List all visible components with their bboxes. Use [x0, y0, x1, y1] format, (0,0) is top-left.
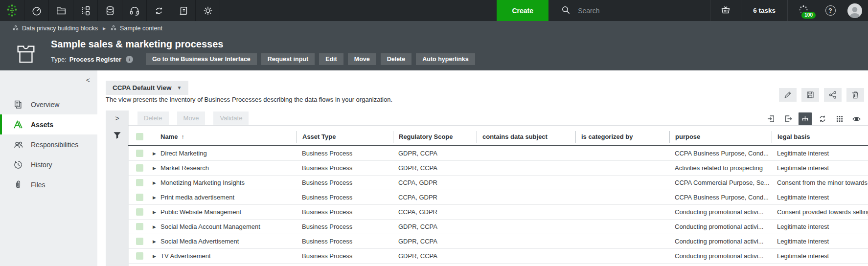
table-row[interactable]: ▶ Market Research Business Process GDPR,…: [128, 161, 868, 176]
row-checkbox[interactable]: [136, 150, 143, 157]
swap-arrows-icon[interactable]: [147, 0, 171, 21]
cell-name: ▶ Direct Marketing: [128, 150, 297, 157]
table-row[interactable]: ▶ Social Media Account Management Busine…: [128, 220, 868, 234]
grid-icon: [836, 115, 844, 123]
gauge-icon[interactable]: [24, 0, 49, 21]
cell-name: ▶ Public Website Management: [128, 208, 297, 216]
asset-name-link[interactable]: TV Advertisement: [160, 252, 211, 260]
header-actions: Go to the Business User InterfaceRequest…: [146, 53, 475, 65]
expand-caret-icon[interactable]: ▶: [153, 195, 160, 200]
row-checkbox[interactable]: [136, 208, 143, 216]
cell-regulatory-scope: GDPR, CCPA: [393, 164, 477, 172]
column-header-contains-data-subject[interactable]: contains data subject: [477, 131, 575, 143]
breadcrumb-separator-icon: ▶: [103, 26, 106, 31]
row-checkbox[interactable]: [136, 194, 143, 201]
info-icon[interactable]: i: [126, 56, 133, 63]
table-row[interactable]: ▶ Print media advertisement Business Pro…: [128, 190, 868, 205]
asset-name-link[interactable]: Public Website Management: [160, 208, 241, 216]
column-header-asset-type[interactable]: Asset Type: [297, 131, 393, 143]
headset-icon[interactable]: [122, 0, 147, 21]
create-button[interactable]: Create: [497, 0, 548, 21]
header-action-button[interactable]: Edit: [319, 53, 343, 65]
avatar[interactable]: [842, 0, 868, 21]
bulk-action-button[interactable]: Delete: [137, 111, 169, 125]
header-action-button[interactable]: Go to the Business User Interface: [146, 53, 257, 65]
edit-view-button[interactable]: [779, 88, 797, 102]
column-header-name[interactable]: Name ↑: [128, 128, 297, 145]
scroll-icon[interactable]: [171, 0, 196, 21]
gear-icon[interactable]: [196, 0, 220, 21]
share-view-button[interactable]: [824, 88, 842, 102]
database-icon[interactable]: [98, 0, 122, 21]
sidebar-item-history[interactable]: History: [0, 155, 97, 175]
tasks-button[interactable]: 6 tasks: [741, 0, 787, 21]
notification-count-badge: 100: [801, 12, 816, 19]
folder-icon[interactable]: [49, 0, 73, 21]
help-button[interactable]: ?: [819, 0, 842, 21]
basket-button[interactable]: [710, 0, 741, 21]
asset-name-link[interactable]: Print media advertisement: [160, 194, 234, 201]
table-row[interactable]: ▶ Social Media Advertisement Business Pr…: [128, 234, 868, 249]
header-action-button[interactable]: Move: [348, 53, 376, 65]
column-header-regulatory-scope[interactable]: Regulatory Scope: [393, 131, 477, 143]
asset-name-link[interactable]: Market Research: [160, 164, 209, 172]
grid-view-button[interactable]: [833, 112, 846, 125]
expand-caret-icon[interactable]: ▶: [153, 254, 160, 259]
select-all-checkbox[interactable]: [136, 133, 143, 140]
breadcrumb-item-community[interactable]: Data privacy building blocks: [13, 25, 98, 32]
import-button[interactable]: [764, 112, 777, 125]
export-button[interactable]: [781, 112, 795, 125]
table-row[interactable]: ▶ Direct Marketing Business Process GDPR…: [128, 146, 868, 161]
expand-caret-icon[interactable]: ▶: [153, 224, 160, 229]
row-checkbox[interactable]: [136, 164, 143, 172]
sidebar-item-icon: [13, 100, 23, 110]
row-checkbox[interactable]: [136, 238, 143, 245]
hierarchy-view-button[interactable]: [799, 112, 812, 125]
column-header-legal-basis[interactable]: legal basis: [772, 131, 868, 143]
expand-caret-icon[interactable]: ▶: [153, 210, 160, 215]
sort-asc-icon[interactable]: ↑: [181, 131, 184, 143]
view-selector-dropdown[interactable]: CCPA Default View ▼: [106, 81, 188, 95]
delete-view-button[interactable]: [846, 88, 864, 102]
expand-caret-icon[interactable]: ▶: [153, 239, 160, 244]
search-input[interactable]: Search: [548, 0, 710, 21]
row-checkbox[interactable]: [136, 252, 143, 260]
table-body: ▶ Direct Marketing Business Process GDPR…: [128, 146, 868, 264]
header-action-button[interactable]: Auto hyperlinks: [416, 53, 475, 65]
sidebar-item-responsibilities[interactable]: Responsibilities: [0, 134, 97, 155]
visibility-button[interactable]: [850, 112, 863, 125]
asset-name-link[interactable]: Social Media Advertisement: [160, 238, 239, 245]
asset-name-link[interactable]: Social Media Account Management: [160, 223, 260, 230]
row-checkbox[interactable]: [136, 179, 143, 186]
column-header-is-categorized-by[interactable]: is categorized by: [575, 131, 669, 143]
column-header-purpose[interactable]: purpose: [669, 131, 772, 143]
logo-icon[interactable]: [0, 0, 24, 21]
expand-caret-icon[interactable]: ▶: [153, 166, 160, 171]
row-checkbox[interactable]: [136, 223, 143, 230]
topbar-nav-icons: [0, 0, 220, 21]
expand-panel-button[interactable]: >: [106, 114, 129, 122]
header-action-button[interactable]: Request input: [261, 53, 315, 65]
table-row[interactable]: ▶ TV Advertisement Business Process GDPR…: [128, 249, 868, 264]
asset-name-link[interactable]: Monetizing Marketing Insights: [160, 179, 245, 186]
bulk-action-button[interactable]: Validate: [213, 111, 249, 125]
refresh-button[interactable]: [816, 112, 829, 125]
asset-name-link[interactable]: Direct Marketing: [160, 150, 207, 157]
cell-name: ▶ Market Research: [128, 164, 297, 172]
sidebar-item-assets[interactable]: Assets: [0, 114, 97, 134]
header-action-button[interactable]: Delete: [381, 53, 412, 65]
breadcrumb-item-content[interactable]: Sample content: [111, 25, 162, 32]
expand-caret-icon[interactable]: ▶: [153, 151, 160, 156]
bulk-action-button[interactable]: Move: [177, 111, 206, 125]
collapse-sidebar-button[interactable]: <: [86, 77, 90, 84]
flow-icon[interactable]: [73, 0, 98, 21]
table-row[interactable]: ▶ Public Website Management Business Pro…: [128, 205, 868, 220]
save-view-button[interactable]: [801, 88, 819, 102]
trash-icon: [851, 90, 860, 99]
table-row[interactable]: ▶ Monetizing Marketing Insights Business…: [128, 176, 868, 190]
filter-button[interactable]: [113, 131, 122, 142]
notifications-button[interactable]: 100: [788, 0, 819, 21]
expand-caret-icon[interactable]: ▶: [153, 180, 160, 185]
sidebar-item-overview[interactable]: Overview: [0, 94, 97, 114]
sidebar-item-files[interactable]: Files: [0, 175, 97, 195]
